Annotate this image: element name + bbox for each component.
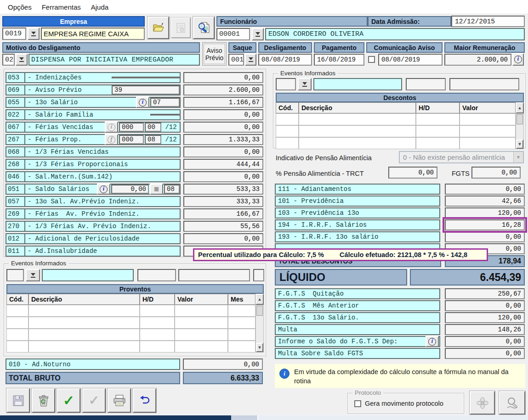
- open-button[interactable]: [148, 17, 169, 39]
- pensao-trct-field[interactable]: 0,00: [388, 167, 437, 179]
- provento-col-mes[interactable]: Mes: [228, 294, 255, 305]
- empresa-code-field[interactable]: 0019: [2, 28, 26, 40]
- provento-extra-field[interactable]: 39: [112, 85, 180, 95]
- fgts-value[interactable]: 120,00: [445, 312, 525, 323]
- aviso-previo-button[interactable]: Aviso Prévio: [202, 42, 227, 66]
- scroll-up-button[interactable]: ▲: [516, 102, 524, 113]
- provento-value[interactable]: 533,33: [183, 184, 263, 195]
- scroll-down-button[interactable]: ▼: [516, 140, 523, 149]
- provento-value[interactable]: 0,00: [183, 72, 263, 83]
- provento-evento-hd-field[interactable]: [137, 269, 176, 281]
- desconto-col-hd[interactable]: H/D: [416, 102, 460, 113]
- fgts-value[interactable]: 250,67: [445, 288, 525, 299]
- provento-col-descrio[interactable]: Descrição: [28, 294, 140, 305]
- provento-value[interactable]: 1.166,67: [183, 97, 263, 108]
- desconto-evento-code-field[interactable]: [276, 78, 296, 90]
- provento-col-valor[interactable]: Valor: [175, 294, 228, 305]
- saque-field[interactable]: 001: [228, 54, 244, 66]
- info-icon-button[interactable]: i: [105, 122, 118, 133]
- provento-value[interactable]: 0,00: [183, 171, 263, 182]
- desconto-table-row[interactable]: [276, 137, 516, 149]
- funcionario-name-field[interactable]: EDSON CORDEIRO OLIVEIRA: [265, 28, 525, 40]
- provento-evento-desc-field[interactable]: [42, 269, 134, 281]
- provento-extra-field[interactable]: 08: [164, 185, 180, 194]
- desconto-evento-dropdown-button[interactable]: [298, 78, 312, 90]
- provento-extra-field[interactable]: 000: [119, 135, 144, 144]
- pagamento-field[interactable]: 16/08/2019: [314, 54, 364, 66]
- menu-item-ferramentas[interactable]: Ferramentas: [37, 1, 86, 13]
- empresa-name-field[interactable]: EMPRESA REGIME CAIXA: [41, 28, 145, 40]
- provento-extra-field[interactable]: 07: [150, 98, 180, 107]
- scrollbar[interactable]: ▼: [516, 113, 524, 149]
- desconto-value-highlighted[interactable]: 16,28: [445, 219, 525, 230]
- delete-button[interactable]: [32, 388, 55, 413]
- confirm-disabled-button[interactable]: ✓: [82, 388, 106, 413]
- provento-extra-field[interactable]: [112, 77, 180, 78]
- provento-evento-mes-field[interactable]: [253, 269, 264, 281]
- motivo-desc-field[interactable]: DISPENSA POR INICIATIVA EMPREGADOR: [28, 54, 200, 66]
- provento-value[interactable]: 55,56: [183, 221, 263, 232]
- desconto-table-row[interactable]: [276, 125, 516, 137]
- scroll-up-button[interactable]: ▲: [255, 294, 264, 305]
- saque-dropdown-button[interactable]: [245, 54, 256, 66]
- motivo-code-field[interactable]: 02: [2, 54, 15, 66]
- provento-value[interactable]: 444,44: [183, 159, 263, 170]
- provento-extra-field[interactable]: 08: [145, 135, 161, 144]
- scrollbar[interactable]: ▼: [255, 305, 264, 353]
- desconto-col-descrio[interactable]: Descrição: [299, 102, 416, 113]
- provento-value[interactable]: 0,00: [183, 109, 263, 120]
- desconto-value[interactable]: 0,00: [445, 231, 525, 242]
- provento-value[interactable]: 333,33: [183, 196, 263, 207]
- comunicacao-aviso-field[interactable]: 08/08/2019: [378, 54, 443, 66]
- comunicacao-aviso-checkbox[interactable]: [368, 56, 375, 63]
- info-icon-button[interactable]: i: [136, 97, 149, 108]
- desconto-evento-hd-field[interactable]: [406, 78, 446, 90]
- save-button[interactable]: [6, 388, 30, 413]
- provento-table-row[interactable]: [6, 317, 255, 329]
- funcionario-code-field[interactable]: 00001: [216, 28, 250, 40]
- motivo-dropdown-button[interactable]: [16, 54, 28, 66]
- desconto-evento-desc-field[interactable]: [313, 78, 402, 90]
- preview-button[interactable]: [193, 17, 215, 39]
- desconto-value[interactable]: 42,66: [445, 196, 525, 207]
- provento-table-row[interactable]: [6, 305, 255, 317]
- provento-value[interactable]: 1.333,33: [183, 134, 263, 145]
- desconto-value[interactable]: 120,00: [445, 207, 525, 218]
- scrollbar-thumb[interactable]: [256, 306, 263, 316]
- desconto-value[interactable]: 0,00: [445, 184, 525, 195]
- indicativo-pensao-select[interactable]: 0 - Não existe pensão alimentícia ▼: [399, 151, 524, 163]
- provento-extra-field[interactable]: [150, 114, 180, 116]
- desconto-evento-valor-field[interactable]: [449, 78, 519, 90]
- provento-value[interactable]: 166,67: [183, 208, 263, 219]
- provento-table-row[interactable]: [6, 341, 255, 353]
- provento-evento-code-field[interactable]: [6, 269, 24, 281]
- print-button[interactable]: [108, 388, 131, 413]
- provento-extra-field[interactable]: 00: [145, 123, 161, 132]
- provento-extra-field[interactable]: 0,00: [111, 185, 149, 194]
- maior-remuneracao-info-button[interactable]: i: [512, 53, 524, 66]
- desligamento-field[interactable]: 08/08/2019: [258, 54, 312, 66]
- pensao-fgts-field[interactable]: 0,00: [471, 167, 521, 179]
- scrollbar-thumb[interactable]: [517, 114, 523, 124]
- desconto-col-valor[interactable]: Valor: [460, 102, 516, 113]
- stamp-button[interactable]: [470, 391, 495, 414]
- info-icon-button[interactable]: i: [97, 184, 110, 195]
- desconto-table-row[interactable]: [276, 113, 516, 125]
- signature-search-button[interactable]: [499, 391, 525, 414]
- ad-noturno-value[interactable]: 0,00: [183, 358, 263, 370]
- fgts-value[interactable]: 0,00: [445, 300, 525, 311]
- desconto-col-cd[interactable]: Cód.: [276, 102, 299, 113]
- fgts-value[interactable]: 148,26: [445, 324, 525, 335]
- data-admissao-field[interactable]: 12/12/2015: [451, 16, 525, 27]
- confirm-button[interactable]: ✓: [57, 388, 80, 413]
- report-button[interactable]: [171, 17, 191, 38]
- provento-col-hd[interactable]: H/D: [140, 294, 175, 305]
- fgts-value[interactable]: 0,00: [445, 348, 525, 359]
- maior-remuneracao-field[interactable]: 2.000,00: [444, 54, 511, 66]
- provento-evento-dropdown-button[interactable]: [26, 269, 40, 281]
- provento-extra-field[interactable]: 000: [119, 123, 144, 132]
- provento-col-cd[interactable]: Cód.: [6, 294, 28, 305]
- protocolo-checkbox[interactable]: [354, 400, 361, 407]
- provento-value[interactable]: 0,00: [183, 233, 263, 244]
- undo-button[interactable]: [133, 388, 156, 413]
